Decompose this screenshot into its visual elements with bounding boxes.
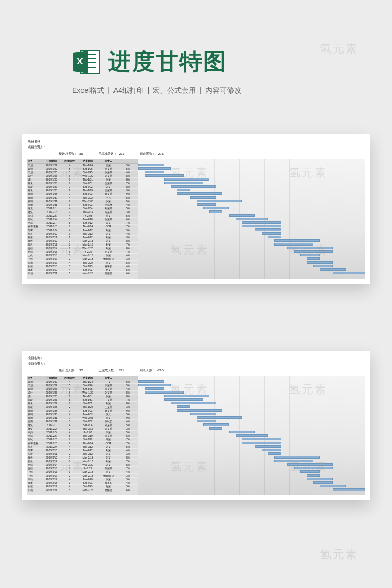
table-row: 设计2019/1/267Thu-1/31张某8% — [27, 395, 138, 398]
cell-end: Tue-2/10 — [77, 434, 98, 438]
cell-p: 6% — [119, 218, 138, 221]
cell-days: 3 — [62, 171, 77, 174]
gantt-bar — [307, 261, 333, 264]
cell-owner: 刘某 — [98, 228, 119, 232]
gantt-row — [138, 445, 365, 448]
gantt-row — [138, 463, 365, 466]
cell-owner: 张某 — [98, 416, 119, 420]
cell-end: Mon-2/18 — [77, 243, 98, 247]
table-row: 开发2019/1/266Sat-1/31王某某7% — [27, 182, 138, 185]
cell-start: 2019/1/31 — [41, 200, 62, 203]
cell-owner: 董事长 — [98, 265, 119, 268]
cell-start: 2019/2/10 — [41, 449, 62, 452]
cell-p: 3% — [119, 452, 138, 456]
cell-days: 5 — [62, 167, 77, 171]
cell-owner: 胡某某 — [98, 250, 119, 254]
cell-days: 3 — [62, 420, 77, 423]
cell-task: 回归 — [27, 431, 41, 434]
gantt-bar — [145, 387, 165, 390]
gantt-row — [138, 170, 365, 174]
cell-days: 4 — [62, 478, 77, 481]
table-row: 设计2019/1/236Wed-1/29刘某某8% — [27, 174, 138, 178]
cell-p: 6% — [119, 272, 138, 275]
gantt-bar — [138, 380, 164, 383]
cell-start: 2019/1/27 — [41, 185, 62, 189]
sub-2: 宏、公式套用 — [153, 86, 196, 94]
cell-owner: 张某 — [98, 261, 119, 265]
cell-owner: 陈某某 — [98, 210, 119, 214]
cell-p: 7% — [119, 442, 138, 445]
cell-days: 4 — [62, 423, 77, 427]
cell-task: 归档 — [27, 272, 41, 275]
gantt-bar — [203, 423, 229, 426]
cell-days: 6 — [62, 221, 77, 225]
gantt-row — [138, 232, 365, 235]
cell-start: 2019/1/22 — [41, 167, 62, 171]
spreadsheet-preview: 项目名称： 项目负责人： 预计总天数：35 已完成天数：271 剩余天数：-23… — [22, 134, 370, 284]
cell-p: 7% — [119, 225, 138, 228]
cell-p: 4% — [119, 203, 138, 207]
cell-days: 2 — [62, 405, 77, 409]
cell-start: 2019/1/30 — [41, 413, 62, 416]
gantt-row — [138, 383, 365, 387]
cell-days: 6 — [62, 442, 77, 445]
cell-task: 回归 — [27, 214, 41, 218]
cell-end: Thu-1/31 — [77, 395, 98, 398]
cell-owner: 张某某 — [98, 434, 119, 438]
cell-task: 开发 — [27, 402, 41, 405]
cell-start: 2019/2/9 — [41, 228, 62, 232]
col-task: 任务 — [27, 376, 41, 380]
cell-end: Tue-2/02 — [77, 413, 98, 416]
gantt-row — [138, 488, 365, 492]
cell-days: 6 — [62, 438, 77, 442]
cell-days: 4 — [62, 196, 77, 200]
cell-start: 2019/2/2 — [41, 427, 62, 431]
cell-owner: 陈某 — [98, 221, 119, 225]
cell-p: 4% — [119, 449, 138, 452]
cell-end: Tue-2/20 — [77, 261, 98, 265]
gantt-bar — [138, 167, 171, 170]
cell-start: 2019/1/28 — [41, 405, 62, 409]
cell-start: 2019/2/11 — [41, 236, 62, 239]
cell-task: 发布准备 — [27, 225, 41, 228]
cell-start: 2019/2/7 — [41, 438, 62, 442]
gantt-row — [138, 203, 365, 206]
cell-end: Sat-2/03 — [77, 192, 98, 196]
table-row: 测试2019/2/76Sat-2/12陈某7% — [27, 221, 138, 225]
cell-task: 上线 — [27, 474, 41, 478]
cell-owner: COR — [98, 442, 119, 445]
cell-end: Mon-2/18 — [77, 257, 98, 261]
cell-owner: Maggie Q — [98, 474, 119, 478]
cell-days: 4 — [62, 164, 77, 167]
cell-owner: 刘某 — [98, 247, 119, 250]
cell-owner: 刘某 — [98, 456, 119, 460]
gantt-row — [138, 477, 365, 481]
table-row: 发布准备2019/2/76Thu-2/14COR7% — [27, 225, 138, 228]
cell-p: 7% — [119, 221, 138, 225]
table-row: 灰度2019/2/112Tue-2/12刘某3% — [27, 236, 138, 239]
cell-end: Sat-2/23 — [77, 265, 98, 268]
cell-end: Sat-2/23 — [77, 485, 98, 488]
gantt-row — [138, 235, 365, 239]
cell-owner: 刘某 — [98, 236, 119, 239]
cell-end: Thu-1/29 — [77, 405, 98, 409]
cell-end: Sat-2/03 — [77, 409, 98, 413]
gantt-bar — [255, 228, 281, 231]
cell-p: 5% — [119, 268, 138, 272]
table-row: 总结2019/2/156Fri-2/22胡某某7% — [27, 250, 138, 254]
cell-owner: 孙悟空 — [98, 272, 119, 275]
table-row: 上线2019/2/163Mon-2/18张某4% — [27, 470, 138, 474]
cell-task: 归档 — [27, 488, 41, 492]
cell-owner: 张某 — [98, 200, 119, 203]
cell-start: 2019/2/1 — [41, 207, 62, 210]
cell-days: 7 — [62, 192, 77, 196]
cell-days: 3 — [62, 265, 77, 268]
cell-owner: 孙悟空 — [98, 488, 119, 492]
cell-end: Mon-2/18 — [77, 460, 98, 463]
cell-owner: 王某某 — [98, 405, 119, 409]
cell-start: 2019/1/23 — [41, 391, 62, 395]
cell-p: 5% — [119, 431, 138, 434]
cell-task: 测试 — [27, 218, 41, 221]
gantt-row — [138, 271, 365, 275]
cell-task: 收尾 — [27, 268, 41, 272]
